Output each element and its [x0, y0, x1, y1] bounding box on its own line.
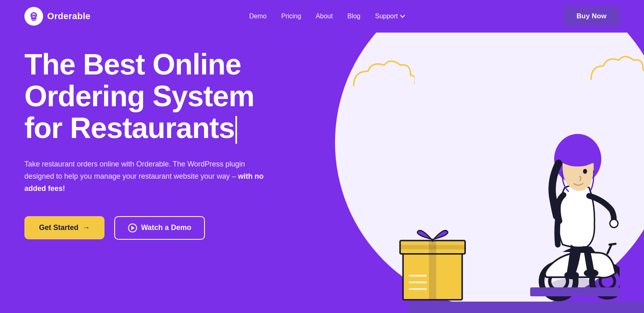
get-started-button[interactable]: Get Started →	[24, 216, 104, 239]
logo-text: Orderable	[47, 11, 91, 22]
svg-rect-27	[400, 245, 465, 250]
svg-point-20	[583, 169, 587, 174]
hero-description: Take restaurant orders online with Order…	[24, 158, 268, 195]
cursor-bar	[235, 116, 237, 144]
play-triangle	[131, 226, 135, 230]
svg-point-16	[584, 269, 598, 277]
buy-now-button[interactable]: Buy Now	[564, 7, 620, 26]
play-icon	[128, 223, 137, 232]
gift-box-illustration	[396, 220, 469, 302]
rider-illustration	[449, 66, 620, 302]
nav-link-support[interactable]: Support	[375, 13, 405, 20]
watch-demo-button[interactable]: Watch a Demo	[114, 216, 205, 240]
nav-link-demo[interactable]: Demo	[249, 13, 267, 20]
logo-icon	[24, 7, 43, 26]
nav-link-about[interactable]: About	[316, 13, 333, 20]
navbar: Orderable Demo Pricing About Blog Suppor…	[0, 0, 644, 33]
hero-content: The Best Online Ordering System for Rest…	[24, 49, 268, 240]
svg-line-11	[607, 245, 611, 254]
svg-point-14	[610, 219, 618, 228]
hero-title: The Best Online Ordering System for Rest…	[24, 49, 268, 144]
cloud-left	[350, 57, 415, 98]
chevron-down-icon	[400, 15, 405, 18]
hero-section: The Best Online Ordering System for Rest…	[0, 33, 644, 313]
svg-line-12	[609, 244, 616, 245]
svg-point-1	[32, 13, 36, 18]
purple-stripe	[408, 302, 644, 313]
nav-link-blog[interactable]: Blog	[347, 13, 360, 20]
svg-point-15	[564, 271, 579, 279]
svg-rect-13	[530, 287, 620, 296]
logo[interactable]: Orderable	[24, 7, 91, 26]
nav-link-pricing[interactable]: Pricing	[281, 13, 301, 20]
nav-links: Demo Pricing About Blog Support	[249, 13, 405, 20]
hero-buttons: Get Started → Watch a Demo	[24, 216, 268, 240]
